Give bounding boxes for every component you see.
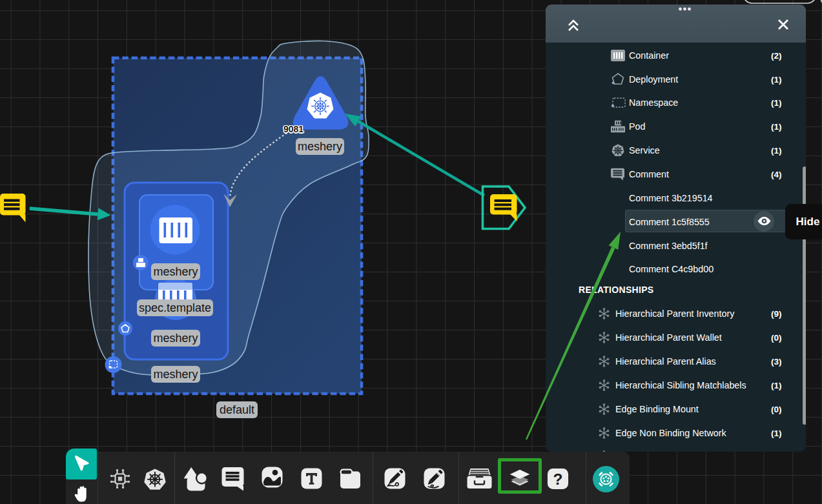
svg-text:?: ? — [553, 470, 563, 488]
